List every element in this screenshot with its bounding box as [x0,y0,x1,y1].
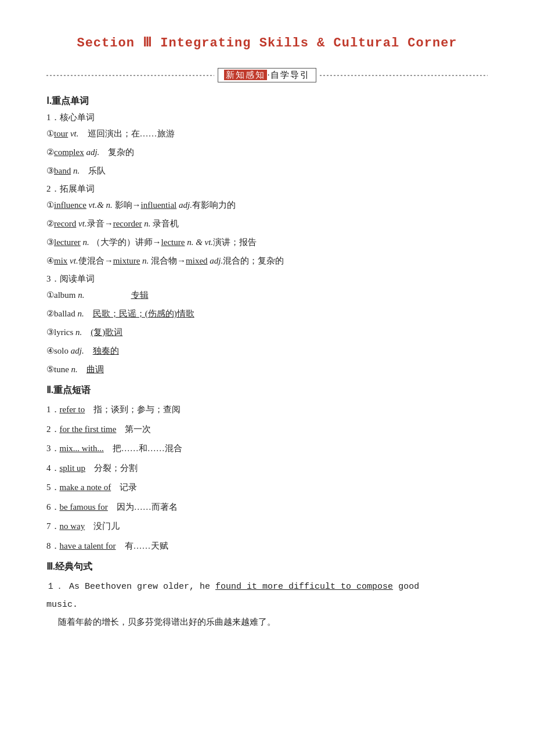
list-item: ④mix vt.使混合→mixture n. 混合物→mixed adj.混合的… [46,253,488,269]
classic-sentence: １． As Beethoven grew older, he found it … [46,579,488,596]
list-item: 2．for the first time 第一次 [46,421,488,438]
list-item: ③band n. 乐队 [46,163,488,179]
list-item: 4．split up 分裂；分割 [46,460,488,477]
list-item: ①influence vt.& n. 影响→influential adj.有影… [46,197,488,213]
list-item: ②record vt.录音→recorder n. 录音机 [46,216,488,232]
sub-heading-read: 3．阅读单词 [46,273,488,285]
section3-heading: Ⅲ.经典句式 [46,561,488,573]
page-title: Section Ⅲ Integrating Skills & Cultural … [46,35,488,51]
classic-translation: 随着年龄的增长，贝多芬觉得谱出好的乐曲越来越难了。 [58,614,488,630]
list-item: ④solo adj. 独奏的 [46,343,488,359]
list-item: ①tour vt. 巡回演出；在……旅游 [46,126,488,142]
banner-highlight: 新知感知 [224,70,267,80]
list-item: ①album n. 专辑 [46,287,488,303]
list-item: ③lecturer n. （大学的）讲师→lecture n. & vt.演讲；… [46,235,488,250]
list-item: ②ballad n. 民歌；民谣；(伤感的)情歌 [46,306,488,322]
banner-row: 新知感知·自学导引 [46,68,488,82]
list-item: 8．have a talent for 有……天赋 [46,538,488,555]
section2-heading: Ⅱ.重点短语 [46,384,488,397]
list-item: 7．no way 没门儿 [46,518,488,535]
banner-text: 新知感知·自学导引 [218,68,317,82]
classic-sentence-cont: music. [46,597,488,614]
list-item: 6．be famous for 因为……而著名 [46,499,488,516]
list-item: ②complex adj. 复杂的 [46,145,488,160]
section1-heading: Ⅰ.重点单词 [46,95,488,107]
list-item: ⑤tune n. 曲调 [46,362,488,377]
list-item: 5．make a note of 记录 [46,479,488,496]
list-item: 1．refer to 指；谈到；参与；查阅 [46,401,488,418]
classic-section: １． As Beethoven grew older, he found it … [46,579,488,630]
banner-line-right [320,75,488,76]
banner-line-left [46,75,214,76]
sub-heading-core: 1．核心单词 [46,112,488,123]
sub-heading-extend: 2．拓展单词 [46,183,488,195]
list-item: ③lyrics n. (复)歌词 [46,325,488,340]
list-item: 3．mix... with... 把……和……混合 [46,440,488,457]
